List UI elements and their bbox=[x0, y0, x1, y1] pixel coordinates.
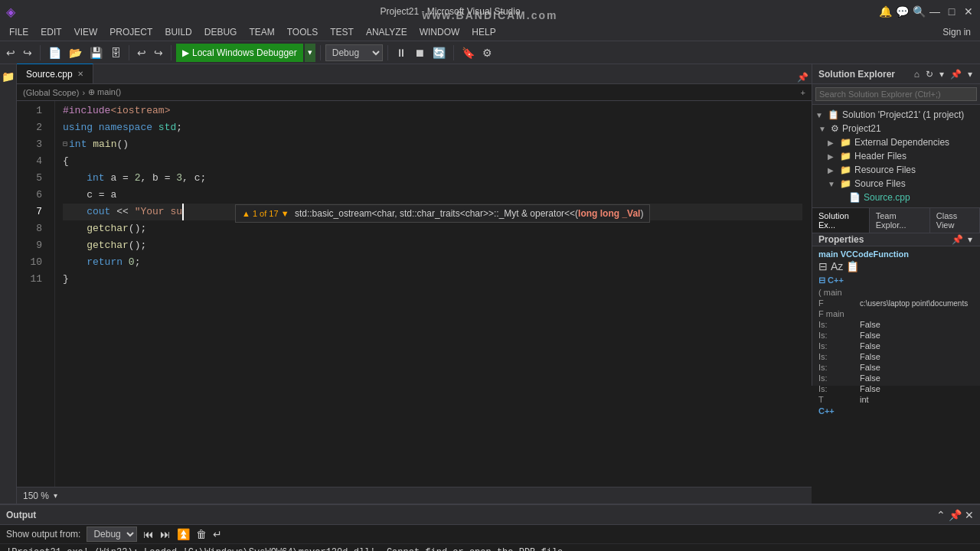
collapse-btn[interactable]: ⊟ bbox=[63, 136, 67, 153]
tree-header-files[interactable]: ▶ 📁 Header Files bbox=[812, 149, 980, 163]
tab-source-cpp[interactable]: Source.cpp ✕ bbox=[17, 64, 93, 83]
prop-more-btn[interactable]: ▾ bbox=[966, 233, 974, 246]
menu-tools[interactable]: TOOLS bbox=[281, 25, 324, 39]
line-numbers: 1 2 3 4 5 6 7 8 9 10 11 bbox=[17, 101, 55, 487]
tree-expand-icon: ▼ bbox=[815, 111, 825, 119]
output-action-btn3[interactable]: ⏫ bbox=[177, 528, 190, 540]
se-pin-btn[interactable]: 📌 bbox=[949, 68, 963, 80]
prop-pin-btn[interactable]: 📌 bbox=[950, 233, 965, 246]
open-btn[interactable]: 📂 bbox=[66, 44, 85, 62]
tree-source-cpp[interactable]: 📄 Source.cpp bbox=[812, 191, 980, 204]
tree-resource-label: Resource Files bbox=[854, 165, 916, 175]
forward-btn[interactable]: ↪ bbox=[20, 44, 35, 62]
output-source-select[interactable]: Debug Build bbox=[87, 527, 137, 542]
left-sidebar: 📁 bbox=[0, 64, 17, 504]
tree-expand-icon: ▼ bbox=[818, 125, 828, 133]
menu-analyze[interactable]: ANALYZE bbox=[360, 25, 413, 39]
se-more-btn[interactable]: ▾ bbox=[966, 68, 974, 80]
menu-project[interactable]: PROJECT bbox=[103, 25, 158, 39]
editor-scrollbar[interactable] bbox=[802, 101, 812, 487]
tab-close-btn[interactable]: ✕ bbox=[77, 70, 83, 78]
output-clear-btn[interactable]: 🗑 bbox=[196, 528, 207, 540]
pin-btn[interactable]: 📌 bbox=[794, 72, 812, 83]
se-tab-team[interactable]: Team Explor... bbox=[870, 208, 930, 233]
save-all-btn[interactable]: 🗄 bbox=[107, 44, 124, 62]
zoom-dropdown-btn[interactable]: ▾ bbox=[52, 487, 59, 505]
output-action-btn2[interactable]: ⏭ bbox=[160, 528, 171, 540]
menu-help[interactable]: HELP bbox=[466, 25, 501, 39]
minimize-button[interactable]: — bbox=[929, 6, 940, 17]
prop-row-is6: Is: False bbox=[818, 373, 974, 383]
run-debug-btn[interactable]: ▶ Local Windows Debugger bbox=[176, 44, 303, 62]
notification-icon[interactable]: 🔔 bbox=[879, 6, 890, 17]
code-token: using bbox=[63, 119, 99, 136]
new-file-btn[interactable]: 📄 bbox=[45, 44, 64, 62]
bookmark-btn[interactable]: 🔖 bbox=[459, 44, 478, 62]
prop-row-file: F c:\users\laptop point\documents bbox=[818, 298, 974, 308]
menu-window[interactable]: WINDOW bbox=[413, 25, 466, 39]
code-token: , b = bbox=[140, 170, 176, 187]
se-home-btn[interactable]: ⌂ bbox=[913, 68, 921, 80]
tree-external-deps[interactable]: ▶ 📁 External Dependencies bbox=[812, 135, 980, 149]
menu-debug[interactable]: DEBUG bbox=[198, 25, 243, 39]
restart-btn[interactable]: 🔄 bbox=[430, 44, 449, 62]
maximize-button[interactable]: □ bbox=[946, 6, 957, 17]
code-line-10: return 0; bbox=[63, 254, 802, 271]
output-minimize-btn[interactable]: ⌃ bbox=[936, 509, 946, 521]
prop-cat-btn[interactable]: ⊟ bbox=[818, 260, 828, 272]
close-button[interactable]: ✕ bbox=[963, 6, 974, 17]
tree-solution[interactable]: ▼ 📋 Solution 'Project21' (1 project) bbox=[812, 108, 980, 122]
redo-btn[interactable]: ↪ bbox=[151, 44, 166, 62]
stop-btn[interactable]: ⏹ bbox=[411, 44, 428, 62]
code-token: return bbox=[87, 254, 129, 271]
prop-row-is1: Is: False bbox=[818, 319, 974, 330]
properties-panel: Properties 📌 ▾ main VCCodeFunction ⊟ Az … bbox=[812, 233, 980, 386]
undo-btn[interactable]: ↩ bbox=[134, 44, 149, 62]
menu-build[interactable]: BUILD bbox=[158, 25, 198, 39]
se-refresh-btn[interactable]: ↻ bbox=[924, 68, 935, 80]
feedback-icon[interactable]: 💬 bbox=[896, 6, 906, 17]
tree-resource-files[interactable]: ▶ 📁 Resource Files bbox=[812, 163, 980, 177]
output-word-wrap-btn[interactable]: ↵ bbox=[213, 528, 222, 540]
se-tab-solution[interactable]: Solution Ex... bbox=[812, 208, 870, 233]
autocomplete-popup: ▲ 1 of 17 ▼ std::basic_ostream<char, std… bbox=[235, 204, 650, 223]
scope-dropdown[interactable]: (Global Scope) bbox=[23, 88, 79, 97]
play-icon: ▶ bbox=[182, 47, 189, 58]
settings-btn[interactable]: ⚙ bbox=[479, 44, 495, 62]
menu-test[interactable]: TEST bbox=[324, 25, 360, 39]
prop-alpha-btn[interactable]: Az bbox=[831, 260, 843, 272]
code-token: ; bbox=[135, 254, 141, 271]
save-btn[interactable]: 💾 bbox=[87, 44, 106, 62]
signin-link[interactable]: Sign in bbox=[936, 27, 977, 37]
config-select[interactable]: Debug Release bbox=[325, 44, 383, 61]
sidebar-explore-icon[interactable]: 📁 bbox=[2, 67, 15, 86]
code-token bbox=[63, 204, 87, 220]
se-filter-btn[interactable]: ▾ bbox=[938, 68, 946, 80]
menu-view[interactable]: VIEW bbox=[68, 25, 104, 39]
menu-file[interactable]: FILE bbox=[3, 25, 34, 39]
prop-row-is3: Is: False bbox=[818, 341, 974, 351]
code-editor[interactable]: 1 2 3 4 5 6 7 8 9 10 11 #include<iostr bbox=[17, 101, 812, 487]
search-icon[interactable]: 🔍 bbox=[913, 6, 923, 17]
output-panel: Output ⌃ 📌 ✕ Show output from: Debug Bui… bbox=[0, 504, 980, 551]
menu-edit[interactable]: EDIT bbox=[34, 25, 67, 39]
back-btn[interactable]: ↩ bbox=[3, 44, 18, 62]
prop-icons: ⊟ Az 📋 bbox=[818, 260, 974, 272]
menu-team[interactable]: TEAM bbox=[243, 25, 280, 39]
debugger-dropdown[interactable]: ▾ bbox=[305, 44, 315, 62]
output-pin-btn[interactable]: 📌 bbox=[949, 509, 962, 521]
solution-search-input[interactable] bbox=[815, 87, 977, 101]
tree-source-files[interactable]: ▼ 📁 Source Files bbox=[812, 177, 980, 191]
code-line-1: #include<iostream> bbox=[63, 103, 802, 119]
code-token: a = bbox=[110, 170, 134, 187]
tree-project[interactable]: ▼ ⚙ Project21 bbox=[812, 122, 980, 135]
prop-props-btn[interactable]: 📋 bbox=[846, 260, 859, 272]
function-dropdown[interactable]: ⊕ main() bbox=[88, 87, 121, 97]
code-content[interactable]: #include<iostream> using namespace std; … bbox=[55, 101, 802, 487]
pause-btn[interactable]: ⏸ bbox=[393, 44, 410, 62]
code-token: #include bbox=[63, 103, 110, 119]
expand-editor-btn[interactable]: + bbox=[801, 88, 805, 97]
se-tab-class[interactable]: Class View bbox=[930, 208, 980, 233]
output-close-btn[interactable]: ✕ bbox=[965, 509, 974, 521]
output-action-btn1[interactable]: ⏮ bbox=[143, 528, 154, 540]
